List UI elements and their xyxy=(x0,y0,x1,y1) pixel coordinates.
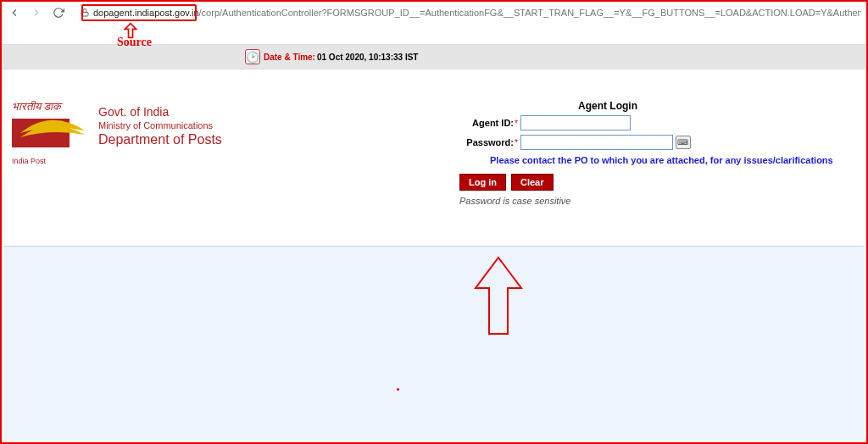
button-row: Log in Clear xyxy=(459,174,834,191)
org-text-block: Govt. of India Ministry of Communication… xyxy=(98,105,222,147)
org-line-govt: Govt. of India xyxy=(98,105,222,119)
login-button[interactable]: Log in xyxy=(459,174,506,191)
datetime-value: 01 Oct 2020, 10:13:33 IST xyxy=(317,53,419,62)
password-label: Password: xyxy=(459,137,514,147)
org-line-ministry: Ministry of Communications xyxy=(98,120,222,130)
contact-notice: Please contact the PO to which you are a… xyxy=(490,155,834,165)
clear-button[interactable]: Clear xyxy=(511,174,554,191)
org-india-post: India Post xyxy=(12,157,88,165)
login-form: Agent Login Agent ID: * Password: * ⌨ Pl… xyxy=(459,100,858,206)
agent-id-input[interactable] xyxy=(520,115,631,130)
svg-marker-3 xyxy=(476,258,521,334)
india-post-logo-icon xyxy=(12,114,88,153)
address-bar[interactable]: dopagent.indiapost.gov.in/corp/Authentic… xyxy=(73,3,861,22)
forward-button[interactable] xyxy=(29,5,44,20)
red-dot xyxy=(397,388,399,391)
required-star: * xyxy=(515,119,518,128)
datetime-label: Date & Time: xyxy=(264,53,315,62)
bottom-pane xyxy=(3,246,865,441)
agent-id-label: Agent ID: xyxy=(459,118,514,128)
annotation-big-arrow-icon xyxy=(472,256,525,337)
login-title: Agent Login xyxy=(578,100,834,112)
url-host: dopagent.indiapost.gov.in xyxy=(93,8,199,18)
virtual-keyboard-icon[interactable]: ⌨ xyxy=(676,136,691,149)
back-button[interactable] xyxy=(7,5,22,20)
password-input[interactable] xyxy=(520,135,673,150)
org-logo-block: भारतीय डाक India Post Govt. of India Min… xyxy=(12,100,222,165)
password-case-note: Password is case sensitive xyxy=(459,196,834,206)
annotation-source-label: Source xyxy=(117,36,152,49)
org-line-dept: Department of Posts xyxy=(98,132,222,147)
browser-nav-bar: dopagent.indiapost.gov.in/corp/Authentic… xyxy=(2,2,866,24)
svg-rect-0 xyxy=(81,13,88,17)
password-row: Password: * ⌨ xyxy=(459,135,834,150)
lock-icon xyxy=(80,8,90,18)
agent-id-row: Agent ID: * xyxy=(459,115,834,130)
required-star: * xyxy=(515,138,518,147)
url-path: /corp/AuthenticationController?FORMSGROU… xyxy=(199,8,861,18)
reload-button[interactable] xyxy=(51,5,66,20)
org-script: भारतीय डाक xyxy=(12,100,88,114)
header-area: भारतीय डाक India Post Govt. of India Min… xyxy=(2,69,866,209)
clock-icon: 🕑 xyxy=(245,49,260,64)
